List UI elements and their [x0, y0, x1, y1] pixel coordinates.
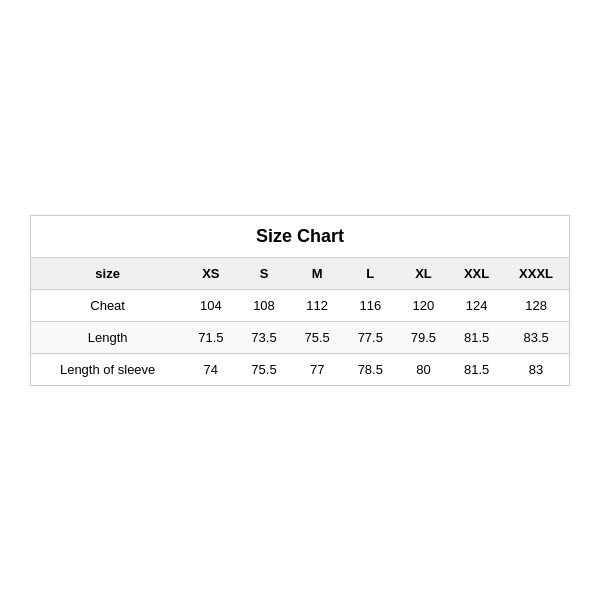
header-cell-7: XXXL — [503, 257, 569, 289]
header-cell-0: size — [31, 257, 185, 289]
cell-1-5: 81.5 — [450, 321, 503, 353]
cell-2-4: 80 — [397, 353, 450, 385]
cell-1-3: 77.5 — [344, 321, 397, 353]
header-cell-1: XS — [184, 257, 237, 289]
cell-0-0: 104 — [184, 289, 237, 321]
header-row: sizeXSSMLXLXXLXXXL — [31, 257, 570, 289]
header-cell-3: M — [291, 257, 344, 289]
title-row: Size Chart — [31, 215, 570, 257]
cell-0-1: 108 — [237, 289, 290, 321]
header-cell-5: XL — [397, 257, 450, 289]
cell-0-3: 116 — [344, 289, 397, 321]
cell-1-2: 75.5 — [291, 321, 344, 353]
table-row: Length of sleeve7475.57778.58081.583 — [31, 353, 570, 385]
cell-2-1: 75.5 — [237, 353, 290, 385]
cell-2-3: 78.5 — [344, 353, 397, 385]
header-cell-4: L — [344, 257, 397, 289]
table-row: Length71.573.575.577.579.581.583.5 — [31, 321, 570, 353]
cell-0-4: 120 — [397, 289, 450, 321]
cell-2-6: 83 — [503, 353, 569, 385]
cell-2-0: 74 — [184, 353, 237, 385]
cell-0-5: 124 — [450, 289, 503, 321]
cell-2-5: 81.5 — [450, 353, 503, 385]
cell-1-6: 83.5 — [503, 321, 569, 353]
cell-2-2: 77 — [291, 353, 344, 385]
cell-0-6: 128 — [503, 289, 569, 321]
header-cell-6: XXL — [450, 257, 503, 289]
size-chart-table: Size Chart sizeXSSMLXLXXLXXXL Cheat10410… — [30, 215, 570, 386]
row-label-0: Cheat — [31, 289, 185, 321]
row-label-1: Length — [31, 321, 185, 353]
cell-1-4: 79.5 — [397, 321, 450, 353]
cell-1-1: 73.5 — [237, 321, 290, 353]
header-cell-2: S — [237, 257, 290, 289]
cell-0-2: 112 — [291, 289, 344, 321]
table-row: Cheat104108112116120124128 — [31, 289, 570, 321]
chart-title: Size Chart — [31, 215, 570, 257]
cell-1-0: 71.5 — [184, 321, 237, 353]
row-label-2: Length of sleeve — [31, 353, 185, 385]
size-chart-container: Size Chart sizeXSSMLXLXXLXXXL Cheat10410… — [30, 215, 570, 386]
